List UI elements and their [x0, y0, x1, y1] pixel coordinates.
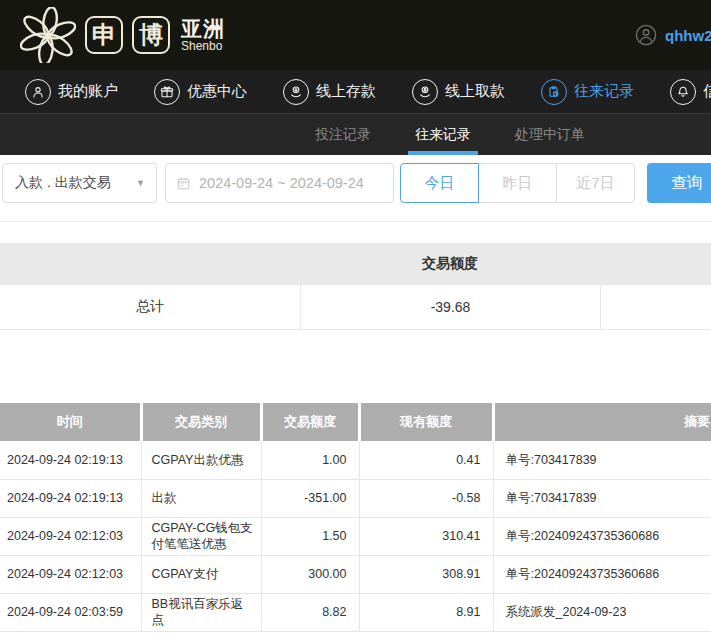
cell-time: 2024-09-24 02:19:13: [0, 441, 141, 479]
username-text: qhhw2: [665, 27, 711, 44]
cell-type: BB视讯百家乐返点: [141, 593, 261, 631]
tab-processing-orders[interactable]: 处理中订单: [510, 114, 590, 155]
summary-total-row: 总计 -39.68: [0, 285, 711, 330]
cell-type: 出款: [141, 479, 261, 517]
cell-type: CGPAY支付: [141, 555, 261, 593]
transaction-type-select[interactable]: 入款 . 出款交易 ▼: [2, 163, 157, 203]
logo-region-label: 亚洲: [181, 18, 225, 40]
filter-bar: 入款 . 出款交易 ▼ 2024-09-24 ~ 2024-09-24 今日 昨…: [0, 155, 711, 222]
last7days-button[interactable]: 近7日: [556, 163, 635, 203]
cell-time: 2024-09-24 02:03:59: [0, 593, 141, 631]
table-row: 2024-09-24 02:19:13 CGPAY出款优惠 1.00 0.41 …: [0, 441, 711, 479]
main-navbar: 我的账户 优惠中心 线上存款 线上取款: [0, 70, 711, 113]
cell-balance: 8.91: [359, 593, 493, 631]
cell-time: 2024-09-24 02:12:03: [0, 555, 141, 593]
yesterday-button[interactable]: 昨日: [478, 163, 557, 203]
cell-amount: -351.00: [261, 479, 359, 517]
user-account[interactable]: qhhw2: [635, 0, 711, 70]
tab-transaction-records[interactable]: 往来记录: [410, 114, 476, 155]
summary-total-label: 总计: [0, 285, 300, 329]
nav-item-label: 信息中心: [703, 82, 711, 101]
logo-text: 亚洲 Shenbo: [181, 18, 225, 53]
summary-total-value: -39.68: [300, 285, 600, 329]
cell-time: 2024-09-24 02:19:13: [0, 479, 141, 517]
tab-betting-records[interactable]: 投注记录: [310, 114, 376, 155]
nav-item-label: 往来记录: [574, 82, 634, 101]
nav-item-withdraw[interactable]: 线上取款: [412, 79, 505, 105]
col-header-amount: 交易额度: [261, 403, 359, 441]
cell-summary: 单号:202409243735360686: [493, 517, 711, 555]
cell-balance: 308.91: [359, 555, 493, 593]
nav-item-label: 线上存款: [316, 82, 376, 101]
tab-label: 往来记录: [415, 126, 471, 144]
query-button[interactable]: 查询: [647, 163, 711, 203]
nav-item-label: 优惠中心: [187, 82, 247, 101]
logo-subtitle-label: Shenbo: [181, 40, 225, 53]
table-row: 2024-09-24 02:12:03 CGPAY支付 300.00 308.9…: [0, 555, 711, 593]
deposit-icon: [283, 79, 309, 105]
gift-icon: [154, 79, 180, 105]
cell-summary: 单号:703417839: [493, 441, 711, 479]
topbar: 申 博 亚洲 Shenbo qhhw2: [0, 0, 711, 70]
col-header-summary: 摘要: [493, 403, 711, 441]
logo-char-shen: 申: [85, 16, 123, 54]
tab-label: 处理中订单: [515, 126, 585, 144]
table-row: 2024-09-24 02:12:03 CGPAY-CG钱包支付笔笔送优惠 1.…: [0, 517, 711, 555]
transaction-type-value: 入款 . 出款交易: [15, 174, 111, 192]
cell-time: 2024-09-24 02:12:03: [0, 517, 141, 555]
records-subnav: 投注记录 往来记录 处理中订单: [0, 113, 711, 155]
records-icon: [541, 79, 567, 105]
withdraw-icon: [412, 79, 438, 105]
cell-amount: 8.82: [261, 593, 359, 631]
cell-balance: 310.41: [359, 517, 493, 555]
nav-item-my-account[interactable]: 我的账户: [25, 79, 118, 105]
nav-item-deposit[interactable]: 线上存款: [283, 79, 376, 105]
logo-char-bo: 博: [132, 16, 170, 54]
cell-type: CGPAY-CG钱包支付笔笔送优惠: [141, 517, 261, 555]
date-range-value: 2024-09-24 ~ 2024-09-24: [199, 175, 364, 191]
user-icon: [25, 79, 51, 105]
col-header-balance: 现有额度: [359, 403, 493, 441]
nav-item-label: 我的账户: [58, 82, 118, 101]
page: 申 博 亚洲 Shenbo qhhw2: [0, 0, 711, 632]
summary-empty-cell: [600, 285, 711, 329]
cell-summary: 单号:202409243735360686: [493, 555, 711, 593]
table-row: 2024-09-24 02:19:13 出款 -351.00 -0.58 单号:…: [0, 479, 711, 517]
chevron-down-icon: ▼: [136, 178, 145, 188]
flower-logo-icon: [20, 7, 76, 63]
cell-amount: 1.50: [261, 517, 359, 555]
transactions-table: 时间 交易类别 交易额度 现有额度 摘要 2024-09-24 02:19:13…: [0, 403, 711, 632]
cell-amount: 1.00: [261, 441, 359, 479]
table-header-row: 时间 交易类别 交易额度 现有额度 摘要: [0, 403, 711, 441]
quick-date-group: 今日 昨日 近7日: [400, 163, 635, 203]
cell-summary: 系统派发_2024-09-23: [493, 593, 711, 631]
today-button[interactable]: 今日: [400, 163, 479, 203]
browser-viewport: 申 博 亚洲 Shenbo qhhw2: [0, 0, 711, 638]
cell-balance: 0.41: [359, 441, 493, 479]
cell-summary: 单号:703417839: [493, 479, 711, 517]
summary-table: 交易额度 总计 -39.68: [0, 243, 711, 330]
site-logo[interactable]: 申 博 亚洲 Shenbo: [20, 7, 225, 63]
bell-icon: [670, 79, 696, 105]
nav-item-messages[interactable]: 信息中心: [670, 79, 711, 105]
summary-header: 交易额度: [0, 243, 711, 285]
col-header-time: 时间: [0, 403, 141, 441]
cell-amount: 300.00: [261, 555, 359, 593]
table-row: 2024-09-24 02:03:59 BB视讯百家乐返点 8.82 8.91 …: [0, 593, 711, 631]
nav-item-transaction-records[interactable]: 往来记录: [541, 79, 634, 105]
avatar-icon: [635, 24, 657, 46]
col-header-type: 交易类别: [141, 403, 261, 441]
tab-label: 投注记录: [315, 126, 371, 144]
date-range-input[interactable]: 2024-09-24 ~ 2024-09-24: [165, 163, 394, 203]
cell-balance: -0.58: [359, 479, 493, 517]
calendar-icon: [176, 176, 191, 191]
nav-item-label: 线上取款: [445, 82, 505, 101]
cell-type: CGPAY出款优惠: [141, 441, 261, 479]
nav-item-promotions[interactable]: 优惠中心: [154, 79, 247, 105]
